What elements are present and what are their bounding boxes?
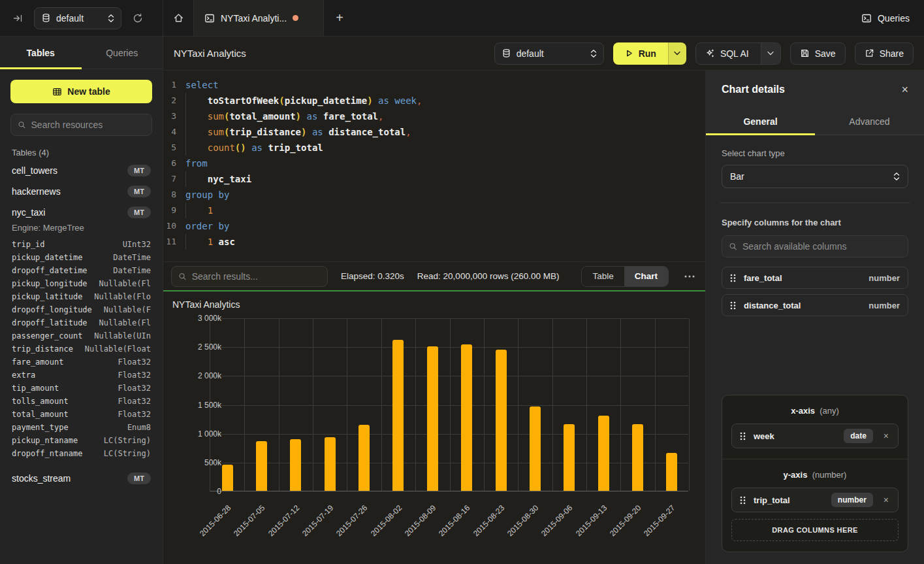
sql-ai-options-button[interactable] bbox=[761, 43, 780, 64]
column-type: Nullable(UIn bbox=[94, 329, 151, 342]
column-row: pickup_longitudeNullable(Fl bbox=[10, 277, 152, 290]
column-type: Nullable(Float bbox=[85, 342, 151, 356]
elapsed-stat: Elapsed: 0.320s bbox=[341, 271, 404, 281]
table-name: nyc_taxi bbox=[12, 207, 45, 218]
column-search[interactable] bbox=[722, 235, 908, 257]
column-name: dropoff_datetime bbox=[12, 264, 88, 277]
database-selector-query[interactable]: default bbox=[494, 42, 604, 65]
x-axis-tick-label: 2015-09-06 bbox=[539, 503, 574, 538]
query-title: NYTaxi Analytics bbox=[174, 48, 485, 59]
drag-handle-icon[interactable] bbox=[740, 432, 746, 440]
tab-nytaxi-analytics[interactable]: NYTaxi Analyti... bbox=[193, 0, 324, 36]
table-row[interactable]: cell_towersMT bbox=[10, 160, 152, 181]
select-chevrons-icon bbox=[590, 49, 597, 58]
database-selector-top[interactable]: default bbox=[34, 7, 121, 29]
run-options-button[interactable] bbox=[668, 42, 686, 65]
bar-2015-08-30 bbox=[530, 406, 541, 491]
x-axis-tick-label: 2015-09-20 bbox=[608, 503, 643, 538]
run-button-group: Run bbox=[613, 42, 686, 65]
resource-search-input[interactable] bbox=[31, 120, 145, 130]
results-search-input[interactable] bbox=[192, 271, 321, 282]
table-name: stocks_stream bbox=[12, 473, 71, 484]
database-name: default bbox=[517, 48, 585, 59]
new-tab-button[interactable]: + bbox=[324, 0, 355, 36]
unsaved-indicator-dot bbox=[293, 15, 298, 21]
column-name: fare_amount bbox=[12, 356, 63, 369]
share-button[interactable]: Share bbox=[855, 42, 914, 65]
column-name: total_amount bbox=[12, 408, 69, 421]
x-axis-tick-label: 2015-07-26 bbox=[334, 503, 369, 538]
y-axis-tick-label: 2 500k bbox=[198, 342, 221, 352]
y-axis-tick-label: 1 000k bbox=[198, 429, 221, 439]
remove-y-axis-field-button[interactable]: × bbox=[881, 495, 891, 505]
resource-search[interactable] bbox=[10, 114, 152, 136]
tab-advanced[interactable]: Advanced bbox=[815, 108, 924, 135]
sidebar-tab-tables[interactable]: Tables bbox=[0, 37, 82, 69]
bar-2015-09-06 bbox=[564, 424, 575, 491]
table-row[interactable]: nyc_taxiMT bbox=[10, 202, 152, 223]
table-row[interactable]: hackernewsMT bbox=[10, 181, 152, 202]
drag-handle-icon[interactable] bbox=[730, 274, 736, 282]
line-number: 1 bbox=[163, 77, 185, 93]
column-name: tolls_amount bbox=[12, 395, 69, 408]
sql-editor[interactable]: 1select2 toStartOfWeek(pickup_datetime) … bbox=[163, 71, 705, 261]
column-type: LC(String) bbox=[104, 434, 151, 447]
database-icon bbox=[502, 48, 511, 58]
code-line: 7 nyc_taxi bbox=[163, 171, 705, 187]
queries-button[interactable]: Queries bbox=[861, 13, 910, 24]
toggle-chart[interactable]: Chart bbox=[624, 267, 668, 286]
x-axis-tick-label: 2015-07-12 bbox=[266, 503, 301, 538]
console-icon bbox=[204, 13, 215, 24]
queries-label: Queries bbox=[878, 13, 910, 24]
collapse-sidebar-button[interactable] bbox=[8, 8, 27, 28]
available-column-distance_total[interactable]: distance_totalnumber bbox=[722, 294, 908, 316]
engine-badge: MT bbox=[127, 186, 151, 197]
save-button[interactable]: Save bbox=[790, 42, 846, 65]
bar-2015-08-02 bbox=[392, 340, 404, 491]
drag-handle-icon[interactable] bbox=[740, 496, 746, 505]
new-table-button[interactable]: New table bbox=[10, 80, 152, 103]
more-options-button[interactable] bbox=[682, 275, 697, 278]
run-button[interactable]: Run bbox=[613, 42, 668, 65]
bar-2015-06-28 bbox=[222, 465, 233, 491]
column-type: Nullable(F bbox=[104, 303, 151, 316]
results-search[interactable] bbox=[171, 266, 328, 287]
run-label: Run bbox=[639, 48, 656, 59]
code-line: 4 sum(trip_distance) as distance_total, bbox=[163, 124, 705, 140]
gridline bbox=[415, 318, 416, 491]
table-row[interactable]: stocks_streamMT bbox=[10, 468, 152, 489]
sparkles-icon bbox=[705, 48, 715, 58]
drag-handle-icon[interactable] bbox=[730, 301, 736, 310]
column-type: LC(String) bbox=[104, 447, 151, 460]
x-axis-field-week[interactable]: week date × bbox=[731, 423, 899, 448]
panel-title: Chart details bbox=[722, 84, 785, 95]
tab-general[interactable]: General bbox=[706, 108, 815, 135]
close-panel-button[interactable]: × bbox=[901, 84, 908, 95]
results-toolbar: Elapsed: 0.320s Read: 20,000,000 rows (2… bbox=[163, 261, 705, 290]
bar-chart: 0500k1 000k1 500k2 000k2 500k3 000k2015-… bbox=[172, 318, 705, 554]
read-stat: Read: 20,000,000 rows (260.00 MB) bbox=[417, 271, 560, 281]
column-type: Nullable(Flo bbox=[94, 290, 151, 303]
y-axis-field-trip-total[interactable]: trip_total number × bbox=[731, 488, 899, 512]
column-name: dropoff_latitude bbox=[12, 316, 88, 329]
available-column-fare_total[interactable]: fare_totalnumber bbox=[722, 267, 908, 289]
y-axis-heading: y-axis (number) bbox=[731, 470, 899, 480]
line-number: 8 bbox=[163, 187, 185, 203]
sql-ai-button[interactable]: SQL AI bbox=[695, 42, 781, 65]
x-axis-heading: x-axis (any) bbox=[731, 406, 899, 416]
line-number: 10 bbox=[163, 218, 185, 234]
column-row: passenger_countNullable(UIn bbox=[10, 329, 152, 342]
column-search-input[interactable] bbox=[742, 241, 901, 252]
refresh-button[interactable] bbox=[128, 8, 148, 28]
drag-columns-drop-zone[interactable]: DRAG COLUMNS HERE bbox=[731, 519, 899, 541]
sidebar-tab-queries[interactable]: Queries bbox=[82, 37, 163, 69]
code-line: 2 toStartOfWeek(pickup_datetime) as week… bbox=[163, 93, 705, 108]
column-name: dropoff_ntaname bbox=[12, 447, 82, 460]
chart-type-select[interactable]: Bar bbox=[722, 165, 908, 188]
home-button[interactable] bbox=[163, 0, 193, 36]
chart-plot-area bbox=[210, 318, 688, 491]
code-text: group by bbox=[185, 187, 229, 203]
remove-x-axis-field-button[interactable]: × bbox=[881, 431, 891, 441]
column-name: payment_type bbox=[12, 421, 69, 434]
toggle-table[interactable]: Table bbox=[582, 267, 624, 286]
